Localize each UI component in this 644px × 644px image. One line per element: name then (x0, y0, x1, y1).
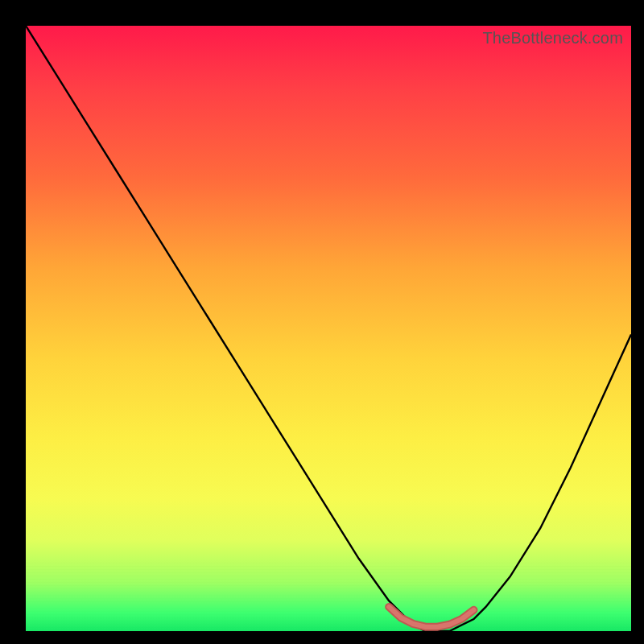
plot-area: TheBottleneck.com (26, 26, 631, 631)
bottleneck-curve (26, 26, 631, 631)
curve-layer (26, 26, 631, 631)
chart-frame: TheBottleneck.com (0, 0, 644, 644)
